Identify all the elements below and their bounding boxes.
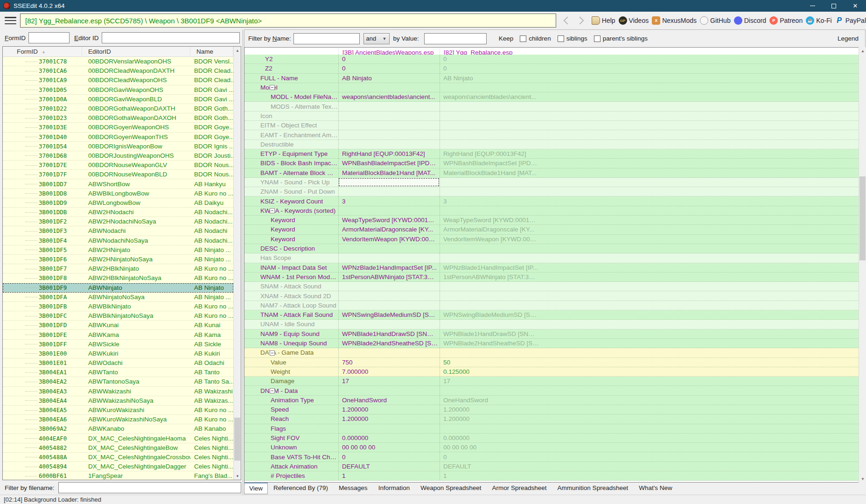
field-row[interactable]: Sight FOV0.0000000.000000 [244,434,859,443]
field-row[interactable]: KWDA - Keywords (sorted) [244,206,859,216]
field-row[interactable]: SNAM - Attack Sound [244,282,859,291]
field-row[interactable]: UNAM - Idle Sound [244,320,859,329]
link-videos[interactable]: GPVideos [619,16,649,25]
column-header-editorid[interactable]: EditorID [82,47,190,56]
table-row[interactable]: 3B001DF7ABW2HBlkNinjatoAB Kuro no ... [3,264,233,273]
tab-referenced-by-79[interactable]: Referenced By (79) [268,483,333,494]
table-row[interactable]: 3B001DF8ABW2HBlkNinjatoNoSayaAB Kuro no … [3,273,233,283]
table-row[interactable]: 3B001DF2ABW2HNodachiNoSayaAB Nodachi... [3,217,233,226]
field-row[interactable]: # Projectiles11 [244,471,859,481]
field-row[interactable]: BIDS - Block Bash Impact Dat...WPNBashBl… [244,159,859,168]
collapse-icon[interactable] [270,350,275,356]
field-row[interactable]: EAMT - Enchantment Amount [244,130,859,140]
table-row[interactable]: 37001D5400BDORIgnisWeaponBowBDOR Ignis .… [3,142,233,151]
value-cell-plugin1[interactable] [338,301,440,310]
left-scrollbar-thumb[interactable] [234,418,240,461]
value-cell-plugin2[interactable]: RightHand [EQUP:00013F42] [440,149,859,158]
field-row[interactable]: DESC - Description [244,244,859,253]
tab-weapon-spreadsheet[interactable]: Weapon Spreadsheet [415,483,486,494]
field-row[interactable]: EITM - Object Effect [244,121,859,130]
table-row[interactable]: 37001D0500BDORGaviWeaponOHSBDOR Gavi ... [3,85,233,95]
table-row[interactable]: 3B001DFBABWBlkNinjatoAB Kuro no ... [3,302,233,311]
value-cell-plugin1[interactable]: AB Ninjato [338,74,440,83]
table-row[interactable]: 37001D0A00BDORGaviWeaponBLDBDOR Gavi ... [3,95,233,104]
children-checkbox[interactable] [520,35,526,42]
field-row[interactable]: KSIZ - Keyword Count33 [244,196,859,206]
maximize-button[interactable] [823,0,845,12]
table-row[interactable]: 4004EAF0DX_MAC_CelesNightingaleHaomaCele… [3,434,233,443]
table-row[interactable]: 3B001DFFABWSickleAB Sickle [3,340,233,349]
value-cell-plugin2[interactable]: 17 [440,377,859,385]
field-row[interactable]: NAM7 - Attack Loop Sound [244,301,859,310]
field-row[interactable]: XNAM - Attack Sound 2D [244,291,859,301]
field-row[interactable]: Base VATS To-Hit Chance00 [244,452,859,462]
right-scrollbar-thumb[interactable] [859,176,866,260]
table-row[interactable]: 37001D7F00BDORNouseWeaponBLDBDOR Nous... [3,170,233,179]
value-cell-plugin1[interactable] [338,178,440,187]
field-row[interactable]: ZNAM - Sound - Put Down [244,187,859,196]
table-row[interactable]: 3B001DF4ABWNodachiNoSayaAB Nodachi... [3,236,233,245]
value-cell-plugin2[interactable] [440,130,859,139]
breadcrumb[interactable]: [82] Ygg_Rebalance.esp (5CCD5785) \ Weap… [20,14,556,28]
table-row[interactable]: 3B004EA6ABWKuroWakizashiNoSayaAB Kuro no… [3,415,233,424]
value-cell-plugin2[interactable]: AB Ninjato [440,74,859,83]
filter-by-value-input[interactable] [424,33,487,44]
field-row[interactable]: KeywordWeapTypeSword [KYWD:0001E71...Wea… [244,216,859,225]
value-cell-plugin1[interactable] [338,320,440,329]
field-row[interactable]: NAM9 - Equip SoundWPNBlade1HandDrawSD [S… [244,329,859,339]
value-cell-plugin2[interactable]: 0 [440,55,859,63]
field-row[interactable]: MODS - Alternate Textures [244,102,859,111]
tab-messages[interactable]: Messages [334,483,373,494]
value-cell-plugin1[interactable]: 17 [338,377,440,385]
value-cell-plugin1[interactable]: WPNBlade2HandSheatheSD [SN... [338,339,440,348]
field-row[interactable]: KeywordArmorMaterialDragonscale [KY...Ar… [244,225,859,234]
value-cell-plugin2[interactable] [440,301,859,310]
table-row[interactable]: 37001D7E00BDORNouseWeaponGLVBDOR Nous... [3,161,233,170]
field-row[interactable]: WNAM - 1st Person Model O...1stPersonABW… [244,273,859,282]
value-cell-plugin1[interactable]: WeapTypeSword [KYWD:0001E71... [338,216,440,224]
table-row[interactable]: 3B001DD8ABWBlkLongbowBowAB Kuro no ... [3,189,233,198]
scroll-up-icon[interactable]: ▲ [234,47,241,54]
value-cell-plugin1[interactable] [338,291,440,300]
scroll-up-icon[interactable]: ▲ [859,47,866,55]
value-cell-plugin1[interactable]: 1.200000 [338,405,440,414]
value-cell-plugin2[interactable]: 3 [440,196,859,205]
value-cell-plugin1[interactable]: 0.000000 [338,434,440,442]
value-cell-plugin1[interactable] [338,121,440,130]
link-help[interactable]: Help [592,16,615,25]
value-cell-plugin1[interactable]: WPNzBlade1HandImpactSet [IP... [338,263,440,272]
table-row[interactable]: 3B001DD9ABWLongbowBowAB Daikyu [3,198,233,208]
field-row[interactable]: Weight7.0000000.125000 [244,367,859,377]
field-row[interactable]: DNAM - Data [244,386,859,395]
field-row[interactable]: TNAM - Attack Fail SoundWPNSwingBladeMed… [244,310,859,320]
value-cell-plugin2[interactable]: DEFAULT [440,462,859,471]
table-row[interactable]: 3B004EA4ABWWakizashiNoSayaAB Wakizas... [3,396,233,406]
column-header-formid[interactable]: FormID▲ [3,47,82,56]
value-cell-plugin2[interactable]: ArmorMaterialDragonscale [KY... [440,225,859,234]
value-cell-plugin2[interactable] [440,187,859,196]
value-cell-plugin2[interactable]: weapons\ancientblades\ancient... [440,92,859,101]
value-cell-plugin1[interactable]: OneHandSword [338,396,440,405]
field-row[interactable]: Y200 [244,55,859,64]
table-row[interactable]: 3B001DFDABWKunaiAB Kunai [3,321,233,330]
collapse-icon[interactable] [270,388,275,393]
link-github[interactable]: GitHub [700,16,731,25]
value-cell-plugin2[interactable]: 1stPersonABWNinjato [STAT:3B0... [440,273,859,281]
value-cell-plugin1[interactable] [338,112,440,120]
field-row[interactable]: Destructible [244,140,859,149]
field-row[interactable]: BAMT - Alternate Block Mate...MaterialBl… [244,168,859,178]
value-cell-plugin1[interactable] [338,140,440,149]
formid-input[interactable] [28,32,70,43]
table-row[interactable]: 3B001DFEABWKamaAB Kama [3,330,233,339]
value-cell-plugin1[interactable]: 0 [338,452,440,461]
field-row[interactable]: ETYP - Equipment TypeRightHand [EQUP:000… [244,149,859,159]
field-row[interactable]: NAM8 - Unequip SoundWPNBlade2HandSheathe… [244,339,859,348]
legend-link[interactable]: Legend [838,35,859,42]
value-cell-plugin2[interactable]: WPNBlade1HandDrawSD [SNDR:... [440,329,859,338]
value-cell-plugin2[interactable] [440,291,859,300]
filter-operator-select[interactable]: and ▼ [363,33,390,44]
value-cell-plugin2[interactable]: 50 [440,358,859,367]
value-cell-plugin1[interactable]: 00 00 00 00 [338,443,440,452]
tab-armor-spreadsheet[interactable]: Armor Spreadsheet [487,483,552,494]
table-row[interactable]: 4005488ADX_MAC_CelesNightingaleCrossbowC… [3,453,233,462]
